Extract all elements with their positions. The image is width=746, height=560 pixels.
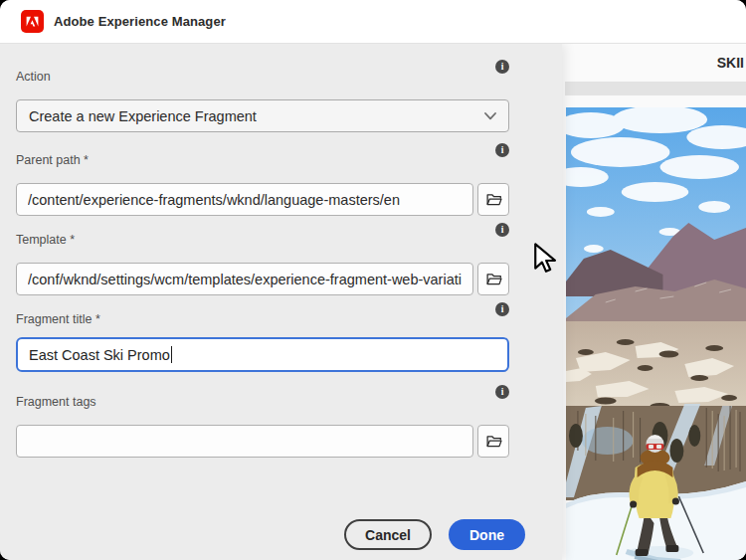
parent-path-browse-button[interactable] xyxy=(477,183,509,216)
page-heading: SKII xyxy=(717,55,744,71)
field-action: Action xyxy=(16,60,509,99)
template-browse-button[interactable] xyxy=(477,263,509,295)
info-icon[interactable] xyxy=(495,143,509,157)
field-label-fragment-tags: Fragment tags xyxy=(16,395,96,409)
fragment-tags-input[interactable] xyxy=(16,425,473,458)
adobe-logo-icon xyxy=(21,10,44,33)
dialog-buttons: Cancel Done xyxy=(16,519,525,550)
field-label-action: Action xyxy=(16,70,51,84)
fragment-tags-row xyxy=(16,425,509,458)
cancel-button[interactable]: Cancel xyxy=(344,519,432,550)
chevron-down-icon xyxy=(484,112,496,120)
background-page: SKII xyxy=(562,44,746,560)
field-template: Template * xyxy=(16,223,509,263)
text-caret xyxy=(171,346,173,363)
screen: Adobe Experience Manager SKII xyxy=(0,0,746,560)
adobe-a-glyph xyxy=(25,15,40,28)
field-fragment-title: Fragment title * xyxy=(16,302,509,342)
app-window: Adobe Experience Manager SKII xyxy=(0,0,746,560)
template-row xyxy=(16,263,509,295)
folder-icon xyxy=(485,272,502,286)
info-icon[interactable] xyxy=(495,385,509,399)
parent-path-row xyxy=(16,183,509,216)
fragment-title-value: East Coast Ski Promo xyxy=(29,347,170,363)
field-label-fragment-title: Fragment title * xyxy=(16,312,100,326)
field-label-parent-path: Parent path * xyxy=(16,153,89,167)
parent-path-input[interactable] xyxy=(16,183,473,216)
fragment-title-input[interactable]: East Coast Ski Promo xyxy=(16,337,509,372)
page-text-strip xyxy=(565,82,746,95)
info-icon[interactable] xyxy=(495,60,509,74)
action-dropdown[interactable]: Create a new Experience Fragment xyxy=(16,99,509,132)
fragment-tags-browse-button[interactable] xyxy=(477,425,509,458)
field-label-template: Template * xyxy=(16,233,75,247)
template-input[interactable] xyxy=(16,263,473,295)
folder-icon xyxy=(485,434,502,449)
app-title: Adobe Experience Manager xyxy=(54,14,226,29)
folder-icon xyxy=(485,192,502,207)
info-icon[interactable] xyxy=(495,223,509,237)
field-parent-path: Parent path * xyxy=(16,143,509,183)
top-bar: Adobe Experience Manager xyxy=(0,0,746,44)
info-icon[interactable] xyxy=(495,302,509,316)
ski-photo xyxy=(566,107,746,560)
field-fragment-tags: Fragment tags xyxy=(16,385,509,425)
ski-photo-illustration xyxy=(566,107,746,560)
done-button[interactable]: Done xyxy=(449,519,525,550)
create-fragment-dialog: Action Create a new Experience Fragment … xyxy=(0,44,562,560)
action-dropdown-value: Create a new Experience Fragment xyxy=(29,108,257,124)
